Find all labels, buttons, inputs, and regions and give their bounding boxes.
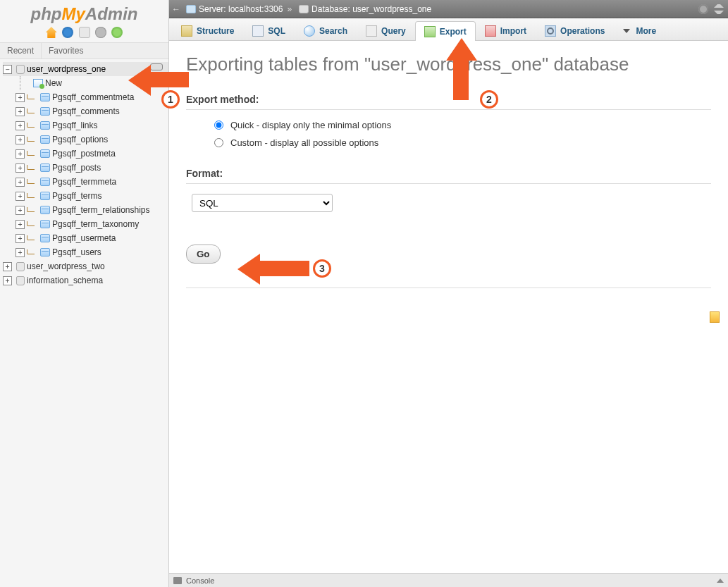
go-button[interactable]: Go (186, 245, 221, 264)
radio-custom[interactable] (214, 138, 223, 147)
new-table-icon (33, 79, 43, 87)
tree-table-label: Pgsqff_posts (52, 163, 101, 173)
expand-icon[interactable]: + (16, 178, 25, 187)
expand-icon[interactable]: + (16, 192, 25, 201)
tree-table-row[interactable]: +Pgsqff_posts (3, 161, 168, 175)
database-icon (16, 276, 25, 285)
tree-table-row[interactable]: +Pgsqff_terms (3, 189, 168, 203)
expand-icon[interactable]: + (16, 121, 25, 130)
branch-icon (27, 164, 37, 171)
table-icon (40, 248, 50, 257)
expand-icon[interactable]: + (16, 93, 25, 102)
tab-sql[interactable]: SQL (243, 20, 295, 40)
annotation-step-1: 1 (161, 90, 180, 109)
expand-icon[interactable]: + (16, 149, 25, 159)
expand-icon[interactable]: + (16, 135, 25, 144)
divider (186, 288, 711, 288)
breadcrumb-server[interactable]: Server: localhost:3306 (199, 4, 283, 14)
branch-icon (27, 192, 37, 199)
query-icon (366, 25, 377, 37)
reload-icon[interactable] (111, 27, 123, 38)
expand-icon[interactable]: + (16, 220, 25, 229)
branch-icon (27, 235, 37, 242)
table-icon (40, 121, 50, 130)
console-expand-icon[interactable] (717, 579, 724, 583)
database-icon (16, 65, 25, 74)
table-icon (40, 234, 50, 242)
breadcrumb-separator: » (287, 4, 292, 14)
console-label: Console (186, 576, 214, 585)
expand-icon[interactable]: + (16, 248, 25, 257)
expand-icon[interactable]: + (16, 107, 25, 116)
expand-icon[interactable]: + (16, 234, 25, 243)
expand-icon[interactable]: + (3, 276, 12, 285)
database-icon (299, 5, 309, 13)
sql-icon (252, 25, 264, 37)
tab-more[interactable]: More (614, 20, 665, 40)
tree-new-label: New (45, 78, 62, 88)
favorites-tab[interactable]: Favorites (41, 43, 90, 58)
phpmyadmin-logo[interactable]: phpMyAdmin (0, 0, 168, 25)
tree-table-row[interactable]: +Pgsqff_links (3, 118, 168, 132)
console-icon (173, 577, 182, 584)
operations-icon (545, 25, 556, 37)
collapse-panel-icon[interactable] (714, 4, 724, 14)
console-bar[interactable]: Console (169, 573, 728, 587)
tree-table-row[interactable]: +Pgsqff_options (3, 132, 168, 147)
table-icon (40, 149, 50, 158)
tab-import-label: Import (500, 26, 526, 36)
tree-db-row[interactable]: +information_schema (3, 273, 168, 288)
table-icon (40, 220, 50, 228)
link-icon[interactable] (150, 63, 163, 70)
format-select[interactable]: SQL (192, 194, 333, 212)
expand-icon[interactable]: + (16, 163, 25, 173)
home-icon[interactable] (46, 27, 57, 38)
radio-quick[interactable] (214, 121, 223, 130)
tab-structure[interactable]: Structure (172, 20, 243, 40)
tab-search[interactable]: Search (295, 20, 357, 40)
tree-table-label: Pgsqff_postmeta (52, 149, 116, 159)
tree-table-label: Pgsqff_comments (52, 106, 120, 116)
tab-query[interactable]: Query (357, 20, 415, 40)
tree-table-row[interactable]: +Pgsqff_comments (3, 104, 168, 118)
annotation-step-2: 2 (480, 90, 498, 109)
tab-more-label: More (636, 26, 656, 36)
tree-table-label: Pgsqff_usermeta (52, 233, 116, 243)
branch-icon (27, 136, 37, 143)
tab-operations-label: Operations (560, 26, 605, 36)
table-icon (40, 107, 50, 116)
docs-icon[interactable] (79, 27, 90, 38)
page-settings-icon[interactable] (698, 4, 708, 14)
logout-icon[interactable] (62, 27, 73, 38)
tab-operations[interactable]: Operations (536, 20, 614, 40)
server-icon (186, 5, 196, 13)
structure-icon (181, 25, 192, 37)
bookmark-icon[interactable] (710, 311, 720, 323)
tree-db-label: user_wordpress_two (27, 261, 105, 271)
table-icon (40, 178, 50, 186)
sidebar-iconbar (0, 25, 168, 42)
tree-table-row[interactable]: +Pgsqff_users (3, 245, 168, 259)
tree-db-label: information_schema (27, 276, 103, 285)
tree-table-row[interactable]: +Pgsqff_term_relationships (3, 203, 168, 217)
expand-icon[interactable]: + (3, 262, 12, 271)
breadcrumb-back-icon[interactable]: ← (169, 4, 183, 14)
recent-tab[interactable]: Recent (0, 43, 41, 58)
tab-import[interactable]: Import (476, 20, 536, 40)
expand-icon[interactable]: + (16, 206, 25, 215)
tree-table-label: Pgsqff_users (52, 247, 101, 257)
collapse-icon[interactable]: − (3, 65, 12, 74)
tab-sql-label: SQL (268, 26, 285, 36)
tree-table-row[interactable]: +Pgsqff_termmeta (3, 175, 168, 189)
tree-table-row[interactable]: +Pgsqff_postmeta (3, 147, 168, 161)
tree-table-row[interactable]: +Pgsqff_usermeta (3, 231, 168, 245)
export-method-custom[interactable]: Custom - display all possible options (214, 137, 711, 148)
tree-table-row[interactable]: +Pgsqff_term_taxonomy (3, 217, 168, 231)
settings-icon[interactable] (95, 27, 106, 38)
tab-structure-label: Structure (197, 26, 234, 36)
tree-db-row[interactable]: +user_wordpress_two (3, 259, 168, 273)
breadcrumb-database[interactable]: Database: user_wordpress_one (311, 4, 431, 14)
logo-part-my: My (61, 4, 85, 23)
format-label: Format: (186, 168, 711, 179)
export-method-quick[interactable]: Quick - display only the minimal options (214, 120, 711, 130)
